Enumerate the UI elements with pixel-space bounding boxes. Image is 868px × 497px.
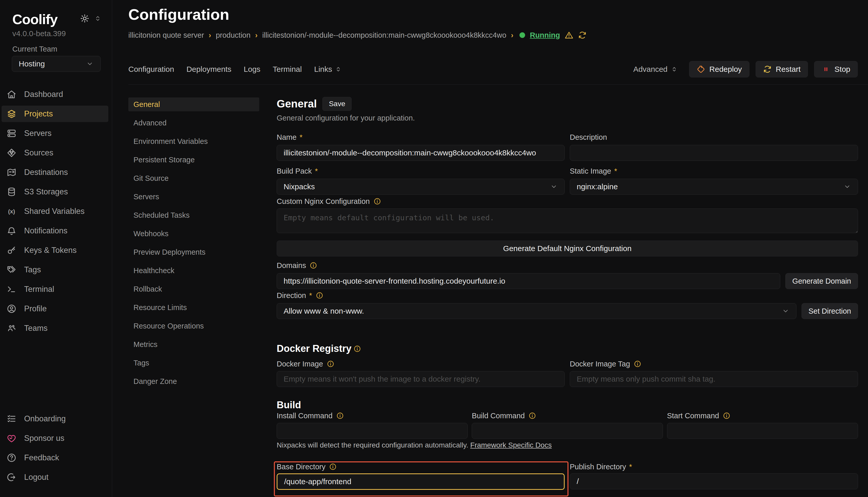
save-button[interactable]: Save <box>322 97 352 111</box>
subnav-item-environment-variables[interactable]: Environment Variables <box>128 134 259 148</box>
sidebar-item-notifications[interactable]: Notifications <box>2 223 108 239</box>
subnav-item-servers[interactable]: Servers <box>128 190 259 204</box>
sidebar-item-label: Destinations <box>24 168 68 177</box>
subnav-item-rollback[interactable]: Rollback <box>128 282 259 296</box>
restart-button[interactable]: Restart <box>756 61 808 77</box>
direction-select[interactable]: Allow www & non-www. <box>277 303 796 319</box>
subnav-item-metrics[interactable]: Metrics <box>128 338 259 351</box>
sidebar-item-destinations[interactable]: Destinations <box>2 164 108 181</box>
theme-sun-icon[interactable] <box>80 14 89 23</box>
subnav-item-tags[interactable]: Tags <box>128 356 259 370</box>
field-label-text: Install Command <box>277 412 333 420</box>
redeploy-icon <box>697 65 705 74</box>
subnav-item-general[interactable]: General <box>128 97 259 111</box>
name-input[interactable] <box>277 145 565 161</box>
advanced-menu[interactable]: Advanced <box>633 65 678 74</box>
subnav-item-advanced[interactable]: Advanced <box>128 116 259 130</box>
build-command-input[interactable] <box>472 423 663 439</box>
install-command-input[interactable] <box>277 423 468 439</box>
subnav-item-resource-operations[interactable]: Resource Operations <box>128 319 259 333</box>
status-link[interactable]: Running <box>530 31 560 40</box>
chevron-down-icon <box>782 307 789 315</box>
sidebar-item-sources[interactable]: Sources <box>2 145 108 161</box>
sidebar-footer: OnboardingSponsor usFeedbackLogout <box>0 411 112 497</box>
base-directory-input[interactable] <box>277 473 565 490</box>
header-actions: Advanced Redeploy Restart Stop <box>633 61 858 77</box>
tab-deployments[interactable]: Deployments <box>186 65 231 74</box>
sidebar-item-terminal[interactable]: Terminal <box>2 281 108 297</box>
subnav-item-scheduled-tasks[interactable]: Scheduled Tasks <box>128 208 259 222</box>
svg-text:(x): (x) <box>8 208 15 215</box>
tab-logs[interactable]: Logs <box>244 65 261 74</box>
info-icon[interactable] <box>528 412 536 420</box>
chevron-up-down-icon <box>335 66 342 73</box>
info-icon[interactable] <box>327 360 334 368</box>
stop-button[interactable]: Stop <box>814 61 858 77</box>
field-label-text: Base Directory <box>277 463 326 471</box>
subnav-item-healthcheck[interactable]: Healthcheck <box>128 264 259 278</box>
info-icon[interactable] <box>354 345 361 353</box>
info-icon[interactable] <box>373 197 381 205</box>
map-icon <box>7 168 16 177</box>
checklist-icon <box>7 414 16 424</box>
subnav-item-danger-zone[interactable]: Danger Zone <box>128 374 259 388</box>
redeploy-button[interactable]: Redeploy <box>689 61 749 77</box>
sidebar-item-keys-tokens[interactable]: Keys & Tokens <box>2 242 108 258</box>
sidebar-item-sponsor-us[interactable]: Sponsor us <box>2 430 108 446</box>
sidebar-item-shared-variables[interactable]: (x)Shared Variables <box>2 203 108 219</box>
publish-directory-input[interactable] <box>570 473 858 489</box>
tab-configuration[interactable]: Configuration <box>128 65 174 74</box>
sidebar-item-tags[interactable]: Tags <box>2 261 108 278</box>
subnav-item-resource-limits[interactable]: Resource Limits <box>128 301 259 314</box>
breadcrumb-project[interactable]: illicitonion quote server <box>128 31 204 40</box>
tab-label: Deployments <box>186 65 231 74</box>
build-pack-select[interactable]: Nixpacks <box>277 179 565 195</box>
domains-input[interactable] <box>277 273 780 289</box>
sidebar-item-teams[interactable]: Teams <box>2 320 108 337</box>
info-icon[interactable] <box>316 292 323 299</box>
breadcrumb-application[interactable]: illicitestonion/-module--decomposition:m… <box>262 31 506 40</box>
generate-domain-button[interactable]: Generate Domain <box>785 273 858 289</box>
warning-icon[interactable] <box>565 31 573 40</box>
framework-docs-link[interactable]: Framework Specific Docs <box>470 441 552 449</box>
primary-sidebar: Coolify v4.0.0-beta.399 Current Team Hos… <box>0 0 112 497</box>
info-icon[interactable] <box>336 412 344 420</box>
description-input[interactable] <box>570 145 858 161</box>
start-command-input[interactable] <box>667 423 858 439</box>
sidebar-item-servers[interactable]: Servers <box>2 125 108 142</box>
tab-terminal[interactable]: Terminal <box>273 65 302 74</box>
breadcrumb-environment[interactable]: production <box>216 31 250 40</box>
sidebar-item-feedback[interactable]: Feedback <box>2 450 108 466</box>
info-icon[interactable] <box>309 261 317 269</box>
generate-nginx-button[interactable]: Generate Default Nginx Configuration <box>277 241 858 256</box>
field-label-text: Publish Directory <box>570 463 626 471</box>
subnav-item-git-source[interactable]: Git Source <box>128 171 259 185</box>
sidebar-item-profile[interactable]: Profile <box>2 301 108 317</box>
sidebar-item-logout[interactable]: Logout <box>2 469 108 485</box>
set-direction-button[interactable]: Set Direction <box>801 303 858 319</box>
sidebar-item-s3-storages[interactable]: S3 Storages <box>2 184 108 200</box>
sidebar-item-label: Sponsor us <box>24 434 65 443</box>
chevron-up-down-icon[interactable] <box>94 15 102 22</box>
team-select[interactable]: Hosting <box>12 56 101 72</box>
subnav-item-persistent-storage[interactable]: Persistent Storage <box>128 153 259 167</box>
sidebar-item-projects[interactable]: Projects <box>2 106 108 122</box>
info-icon[interactable] <box>329 463 337 471</box>
tabs: ConfigurationDeploymentsLogsTerminalLink… <box>128 65 354 74</box>
info-icon[interactable] <box>723 412 730 420</box>
sidebar-item-dashboard[interactable]: Dashboard <box>2 86 108 103</box>
static-image-select[interactable]: nginx:alpine <box>570 179 858 195</box>
build-command-label: Build Command <box>472 411 663 420</box>
docker-image-input[interactable] <box>277 371 565 387</box>
sidebar-item-onboarding[interactable]: Onboarding <box>2 411 108 427</box>
custom-nginx-textarea[interactable] <box>277 209 858 233</box>
info-icon[interactable] <box>634 360 642 368</box>
tab-links[interactable]: Links <box>314 65 342 74</box>
subnav-item-preview-deployments[interactable]: Preview Deployments <box>128 245 259 259</box>
static-image-value: nginx:alpine <box>577 182 618 191</box>
refresh-status-icon[interactable] <box>578 31 587 40</box>
subnav-item-webhooks[interactable]: Webhooks <box>128 227 259 241</box>
sidebar-item-label: Profile <box>24 304 47 313</box>
docker-image-tag-input[interactable] <box>570 371 858 387</box>
chevron-down-icon <box>86 60 94 68</box>
